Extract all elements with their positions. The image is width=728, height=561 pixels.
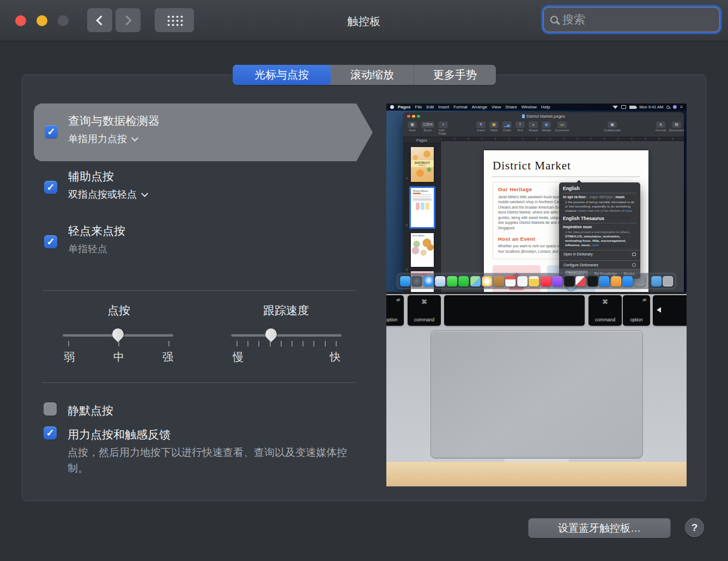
secondary-click-checkbox[interactable]: ✓: [44, 181, 57, 194]
menu-item[interactable]: Help: [541, 105, 550, 109]
menu-item[interactable]: Edit: [426, 105, 434, 109]
divider: [43, 382, 355, 383]
trash-dock-icon[interactable]: [663, 276, 673, 286]
pages-toolbar-zoom[interactable]: 125%Zoom: [421, 121, 434, 132]
pages-toolbar-chart[interactable]: ▁▄Chart: [502, 121, 512, 132]
pages-toolbar-media[interactable]: ▣Media: [542, 121, 551, 132]
trackpad-preferences-window: 触控板 光标与点按 滚动缩放 更多手势 ✓ 查询与数据检测器 单指用力点按 ✓ …: [0, 0, 728, 561]
more-link[interactable]: more: [592, 243, 599, 247]
music-dock-icon[interactable]: [541, 276, 551, 286]
pages-app-dock-icon[interactable]: [611, 276, 621, 286]
demo-menubar: PagesFileEditInsertFormatArrangeViewShar…: [386, 103, 687, 111]
podcasts-dock-icon[interactable]: [552, 276, 562, 286]
menu-item[interactable]: Window: [521, 105, 537, 109]
menu-item[interactable]: View: [492, 105, 501, 109]
menu-item[interactable]: Share: [505, 105, 517, 109]
search-field[interactable]: [543, 7, 720, 32]
stocks-dock-icon[interactable]: [587, 276, 598, 286]
tick-label-medium: 中: [113, 350, 124, 364]
force-click-description: 点按，然后用力地按下以进行快速查看、查询以及变速媒体控制。: [68, 444, 355, 476]
tv-dock-icon[interactable]: [564, 276, 574, 286]
gear-icon: [632, 263, 636, 267]
menu-item[interactable]: Insert: [438, 105, 449, 109]
pages-toolbar-add-page[interactable]: +Add Page: [439, 121, 448, 135]
configure-dictionaries-row[interactable]: Configure Dictionaries: [559, 260, 640, 269]
gesture-row-lookup[interactable]: ✓ 查询与数据检测器 单指用力点按: [34, 103, 373, 161]
app-store-dock-icon[interactable]: [622, 276, 633, 286]
pages-toolbar-comment[interactable]: ▭Comment: [555, 121, 569, 132]
tracking-slider-label: 跟踪速度: [226, 303, 346, 318]
tab-scroll-and-zoom[interactable]: 滚动缩放: [331, 65, 414, 85]
news-dock-icon[interactable]: [575, 276, 586, 286]
downloads-folder-dock-icon[interactable]: [651, 276, 662, 286]
command-key-right[interactable]: ⌘command: [589, 295, 622, 326]
force-click-checkbox[interactable]: ✓: [44, 426, 57, 440]
safari-dock-icon[interactable]: [423, 276, 434, 286]
gesture-subtitle-dropdown[interactable]: 单指用力点按: [68, 132, 137, 145]
more-link[interactable]: more: [624, 209, 632, 212]
finder-dock-icon[interactable]: [400, 276, 410, 286]
tap-to-click-checkbox[interactable]: ✓: [44, 235, 57, 248]
notes-dock-icon[interactable]: [529, 276, 539, 286]
menu-item[interactable]: Pages: [398, 105, 411, 109]
pages-toolbar-text[interactable]: TText: [515, 121, 525, 132]
tab-more-gestures[interactable]: 更多手势: [414, 65, 496, 85]
option-key-right[interactable]: altoption: [623, 295, 650, 326]
menubar-clock: Mon 9:41 AM: [639, 105, 663, 109]
silent-clicking-checkbox[interactable]: ✓: [44, 403, 57, 416]
keynote-dock-icon[interactable]: [599, 276, 609, 286]
gesture-row-tap-to-click[interactable]: ✓ 轻点来点按 单指轻点: [34, 216, 373, 273]
facetime-dock-icon[interactable]: [458, 276, 469, 286]
dock: [397, 273, 677, 289]
settings-dock-icon[interactable]: [634, 276, 645, 286]
book-icon: [632, 253, 636, 256]
gesture-title: 查询与数据检测器: [68, 113, 160, 129]
menu-item[interactable]: Arrange: [472, 105, 487, 109]
thumbnail-market-page[interactable]: In the Market: [411, 233, 434, 267]
force-click-label: 用力点按和触感反馈: [68, 427, 171, 442]
click-slider[interactable]: [63, 334, 173, 337]
messages-dock-icon[interactable]: [447, 276, 457, 286]
pages-toolbar-document[interactable]: ▤Document: [669, 121, 684, 132]
books-dock-icon[interactable]: [494, 276, 504, 286]
search-input[interactable]: [562, 13, 713, 26]
pages-toolbar-shape[interactable]: ●Shape: [529, 121, 538, 132]
tab-point-and-click[interactable]: 光标与点按: [233, 65, 331, 85]
command-key-left[interactable]: ⌘command: [408, 295, 441, 326]
pages-toolbar-format[interactable]: AFormat: [656, 121, 666, 132]
arrow-key[interactable]: [653, 295, 687, 326]
open-in-dictionary-row[interactable]: Open in Dictionary: [559, 250, 640, 258]
wifi-icon: [612, 105, 618, 109]
thumbnail-cover-page[interactable]: DISTRICTMARKET: [411, 147, 434, 182]
maps-dock-icon[interactable]: [470, 276, 481, 286]
space-bar[interactable]: [444, 295, 585, 326]
pages-toolbar-collaborate[interactable]: ▣Collaborate: [604, 121, 621, 132]
lookup-checkbox[interactable]: ✓: [45, 125, 58, 138]
option-key-left[interactable]: altoption: [386, 295, 404, 326]
apple-menu-icon[interactable]: [390, 105, 394, 109]
launchpad-dock-icon[interactable]: [411, 276, 422, 286]
reminders-dock-icon[interactable]: [517, 276, 527, 286]
thumbnail-selected-page[interactable]: District Market: [409, 186, 435, 229]
pages-toolbar-insert[interactable]: ¶Insert: [476, 121, 486, 132]
page-number: 1: [406, 176, 408, 180]
calendar-dock-icon[interactable]: [505, 276, 515, 286]
tick-label-fast: 快: [330, 350, 341, 364]
pages-window: District Market.pages ▦View125%Zoom+Add …: [403, 112, 684, 292]
photos-viewer-dock-icon[interactable]: [435, 276, 445, 286]
menu-item[interactable]: Format: [453, 105, 467, 109]
photos-dock-icon[interactable]: [482, 276, 492, 286]
divider: [43, 290, 355, 291]
pages-toolbar-view[interactable]: ▦View: [408, 121, 417, 132]
gesture-row-secondary-click[interactable]: ✓ 辅助点按 双指点按或轻点: [34, 161, 373, 219]
demo-laptop-screen: PagesFileEditInsertFormatArrangeViewShar…: [386, 103, 687, 292]
menu-item[interactable]: File: [415, 105, 422, 109]
set-up-bluetooth-trackpad-button[interactable]: 设置蓝牙触控板…: [528, 518, 671, 538]
pages-toolbar-table[interactable]: ▦Table: [489, 121, 499, 132]
gesture-subtitle-dropdown[interactable]: 双指点按或轻点: [68, 188, 147, 201]
spotlight-icon: [666, 106, 670, 109]
tracking-speed-slider[interactable]: [231, 334, 342, 337]
gesture-title: 轻点来点按: [68, 223, 125, 239]
help-button[interactable]: ?: [685, 518, 704, 537]
click-slider-label: 点按: [59, 303, 179, 318]
